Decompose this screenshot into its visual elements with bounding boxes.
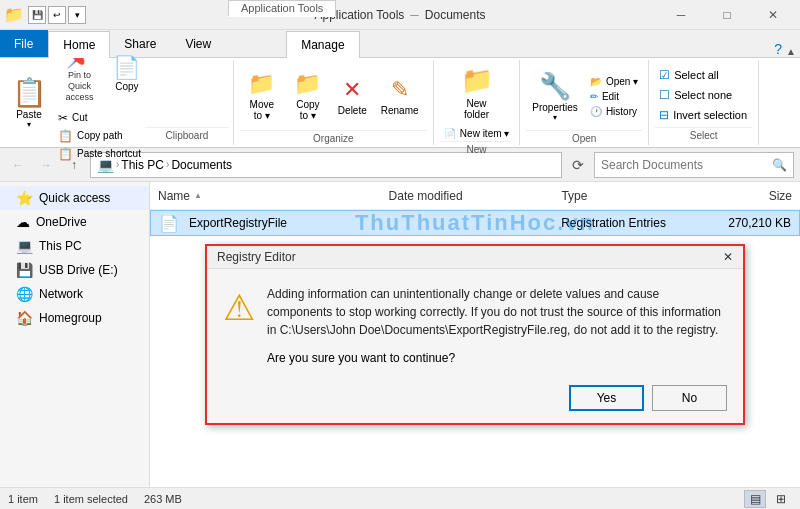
properties-button[interactable]: 🔧 Properties ▾: [526, 62, 584, 130]
this-pc-icon: 💻: [16, 238, 33, 254]
invert-label: Invert selection: [673, 109, 747, 121]
ribbon: 📋 Paste ▾ 📌 Pin to Quick access 📄 Copy ✂: [0, 58, 800, 148]
usb-drive-label: USB Drive (E:): [39, 263, 118, 277]
ribbon-help-icon[interactable]: ?: [774, 41, 782, 57]
no-button[interactable]: No: [652, 385, 727, 411]
sidebar-item-this-pc[interactable]: 💻 This PC: [0, 234, 149, 258]
paste-shortcut-label: Paste shortcut: [77, 148, 141, 159]
properties-label: Properties: [532, 102, 578, 113]
refresh-button[interactable]: ⟳: [566, 153, 590, 177]
dialog-close-icon[interactable]: ✕: [723, 250, 733, 264]
paste-button[interactable]: 📋 Paste ▾: [8, 74, 51, 131]
select-none-icon: ☐: [659, 88, 670, 102]
select-group-label: Select: [655, 127, 752, 143]
search-box[interactable]: 🔍: [594, 152, 794, 178]
tab-manage[interactable]: Manage: [286, 31, 359, 58]
copy-to-button[interactable]: 📁 Copyto ▾: [286, 62, 330, 130]
homegroup-icon: 🏠: [16, 310, 33, 326]
sidebar-item-onedrive[interactable]: ☁ OneDrive: [0, 210, 149, 234]
title-bar: 📁 💾 ↩ ▾ Application Tools ─ Documents ─ …: [0, 0, 800, 30]
sidebar-item-homegroup[interactable]: 🏠 Homegroup: [0, 306, 149, 330]
select-all-button[interactable]: ☑ Select all: [655, 65, 751, 85]
copy-to-icon: 📁: [294, 71, 321, 97]
path-documents: Documents: [171, 158, 232, 172]
select-group: ☑ Select all ☐ Select none ⊟ Invert sele…: [649, 60, 759, 145]
yes-button[interactable]: Yes: [569, 385, 644, 411]
new-item-label: New item ▾: [460, 128, 509, 139]
search-input[interactable]: [601, 158, 772, 172]
sidebar-item-quick-access[interactable]: ⭐ Quick access: [0, 186, 149, 210]
history-icon: 🕐: [590, 106, 602, 117]
details-view-button[interactable]: ▤: [744, 490, 766, 508]
this-pc-label: This PC: [39, 239, 82, 253]
clipboard-left: 📋 Paste ▾: [4, 62, 54, 143]
file-list-area: Name ▲ Date modified Type Size 📄 ExportR…: [150, 182, 800, 487]
sidebar-item-usb-drive[interactable]: 💾 USB Drive (E:): [0, 258, 149, 282]
undo-quick-btn[interactable]: ↩: [48, 6, 66, 24]
select-none-button[interactable]: ☐ Select none: [655, 85, 751, 105]
minimize-button[interactable]: ─: [658, 0, 704, 30]
rename-icon: ✎: [391, 77, 409, 103]
quick-access-label: Quick access: [39, 191, 110, 205]
new-folder-label: Newfolder: [464, 98, 489, 120]
paste-icon: 📋: [12, 76, 47, 109]
network-icon: 🌐: [16, 286, 33, 302]
clipboard-right: 📌 Pin to Quick access 📄 Copy ✂ Cut 📋 Cop…: [54, 62, 145, 143]
dialog-title: Registry Editor: [217, 250, 296, 264]
maximize-button[interactable]: □: [704, 0, 750, 30]
copy-path-icon: 📋: [58, 129, 73, 143]
large-icons-view-button[interactable]: ⊞: [770, 490, 792, 508]
paste-shortcut-icon: 📋: [58, 147, 73, 161]
new-folder-button[interactable]: 📁 Newfolder: [455, 62, 499, 122]
new-item-button[interactable]: 📄 New item ▾: [440, 126, 513, 141]
save-quick-btn[interactable]: 💾: [28, 6, 46, 24]
status-left: 1 item 1 item selected 263 MB: [8, 493, 182, 505]
documents-title: Documents: [425, 8, 486, 22]
delete-button[interactable]: ✕ Delete: [332, 62, 373, 130]
tab-home[interactable]: Home: [48, 31, 110, 58]
clipboard-group: 📋 Paste ▾ 📌 Pin to Quick access 📄 Copy ✂: [0, 60, 234, 145]
onedrive-icon: ☁: [16, 214, 30, 230]
cut-icon: ✂: [58, 111, 68, 125]
history-button[interactable]: 🕐 History: [586, 104, 642, 119]
move-to-button[interactable]: 📁 Moveto ▾: [240, 62, 284, 130]
invert-selection-button[interactable]: ⊟ Invert selection: [655, 105, 751, 125]
dialog-body: ⚠ Adding information can unintentionally…: [207, 269, 743, 377]
title-bar-left: 📁 💾 ↩ ▾: [4, 5, 86, 24]
move-to-icon: 📁: [248, 71, 275, 97]
cut-button[interactable]: ✂ Cut: [54, 109, 145, 127]
sidebar-item-network[interactable]: 🌐 Network: [0, 282, 149, 306]
paste-label: Paste: [16, 109, 42, 120]
customize-quick-btn[interactable]: ▾: [68, 6, 86, 24]
tab-view[interactable]: View: [171, 30, 226, 57]
new-group-content: 📁 Newfolder 📄 New item ▾: [440, 62, 513, 141]
status-right: ▤ ⊞: [744, 490, 792, 508]
warning-icon: ⚠: [223, 287, 255, 365]
item-count: 1 item: [8, 493, 38, 505]
copy-path-label: Copy path: [77, 130, 123, 141]
open-small-buttons: 📂 Open ▾ ✏ Edit 🕐 History: [586, 74, 642, 119]
paste-shortcut-button[interactable]: 📋 Paste shortcut: [54, 145, 145, 163]
invert-icon: ⊟: [659, 108, 669, 122]
open-icon: 📂: [590, 76, 602, 87]
copy-path-button[interactable]: 📋 Copy path: [54, 127, 145, 145]
select-all-label: Select all: [674, 69, 719, 81]
back-button[interactable]: ←: [6, 153, 30, 177]
tab-file[interactable]: File: [0, 30, 48, 57]
main-content: ⭐ Quick access ☁ OneDrive 💻 This PC 💾 US…: [0, 182, 800, 487]
quick-access-toolbar: 💾 ↩ ▾: [28, 6, 86, 24]
selected-count: 1 item selected: [54, 493, 128, 505]
open-button[interactable]: 📂 Open ▾: [586, 74, 642, 89]
rename-button[interactable]: ✎ Rename: [375, 62, 425, 130]
close-button[interactable]: ✕: [750, 0, 796, 30]
copy-label: Copy: [115, 81, 138, 92]
history-label: History: [606, 106, 637, 117]
new-folder-icon: 📁: [461, 65, 493, 96]
ribbon-collapse-icon[interactable]: ▲: [786, 46, 796, 57]
network-label: Network: [39, 287, 83, 301]
copy-button[interactable]: 📄 Copy: [109, 53, 145, 94]
window-controls: ─ □ ✕: [658, 0, 796, 30]
edit-button[interactable]: ✏ Edit: [586, 89, 642, 104]
sidebar: ⭐ Quick access ☁ OneDrive 💻 This PC 💾 US…: [0, 182, 150, 487]
open-group-label: Open: [526, 130, 642, 146]
